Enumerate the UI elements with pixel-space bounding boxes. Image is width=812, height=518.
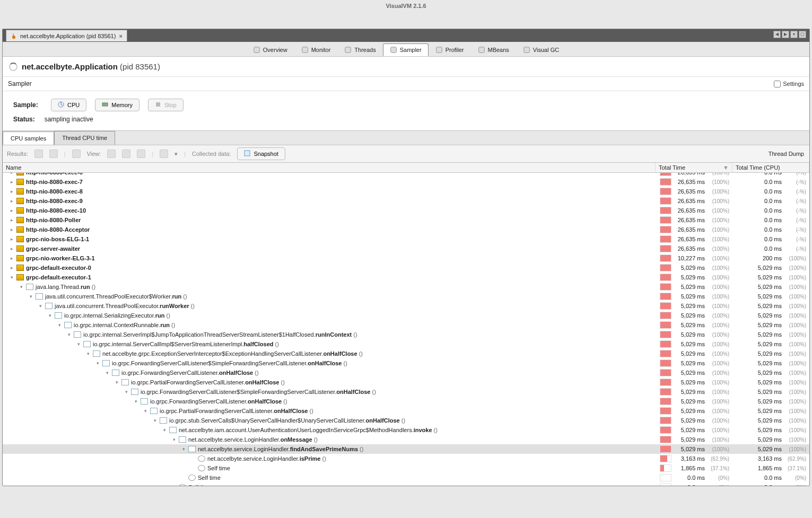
twisty-icon[interactable]: ▸: [9, 198, 14, 204]
twisty-icon[interactable]: ▾: [66, 332, 72, 337]
memory-button[interactable]: Memory: [95, 99, 139, 111]
twisty-icon[interactable]: ▸: [9, 265, 14, 270]
col-total-time-cpu[interactable]: Total Time (CPU): [732, 163, 809, 172]
table-row[interactable]: ▸http-nio-8080-Poller26,635 ms(100%)0.0 …: [3, 215, 809, 225]
table-row[interactable]: ▾grpc-default-executor-15,029 ms(100%)5,…: [3, 273, 809, 282]
table-row[interactable]: ▾net.accelbyte.grpc.ExceptionServerInter…: [3, 349, 809, 358]
twisty-icon[interactable]: ▸: [9, 208, 14, 213]
nav-back-button[interactable]: ◀: [773, 31, 781, 38]
table-body[interactable]: ▸http-nio-8080-exec-626,635 ms(100%)0.0 …: [3, 173, 809, 486]
tab-visual-gc[interactable]: Visual GC: [516, 43, 566, 56]
dropdown-button[interactable]: ▾: [790, 31, 798, 38]
table-row[interactable]: ▾net.accelbyte.service.LoginHandler.find…: [3, 444, 809, 454]
memory-button-label: Memory: [111, 102, 133, 108]
twisty-icon[interactable]: ▾: [181, 446, 186, 452]
twisty-icon[interactable]: ▾: [76, 341, 81, 347]
twisty-icon[interactable]: ▸: [9, 189, 14, 194]
table-row[interactable]: ▾io.grpc.PartialForwardingServerCallList…: [3, 377, 809, 387]
nav-forward-button[interactable]: ▶: [782, 31, 789, 38]
twisty-icon[interactable]: ▾: [95, 361, 100, 366]
twisty-icon[interactable]: ▾: [152, 418, 158, 423]
twisty-icon[interactable]: ▾: [47, 313, 53, 318]
table-row[interactable]: ▾io.grpc.ForwardingServerCallListener.on…: [3, 397, 809, 406]
col-total-time[interactable]: Total Time▼: [656, 163, 732, 172]
col-name[interactable]: Name: [3, 163, 656, 172]
table-row[interactable]: ▸http-nio-8080-exec-926,635 ms(100%)0.0 …: [3, 196, 809, 206]
twisty-icon[interactable]: ▾: [124, 389, 129, 394]
table-row[interactable]: ▸http-nio-8080-exec-1026,635 ms(100%)0.0…: [3, 206, 809, 215]
twisty-icon[interactable]: ▾: [104, 370, 110, 375]
subtab-cpu-samples[interactable]: CPU samples: [3, 131, 54, 145]
twisty-icon[interactable]: ▸: [9, 256, 14, 261]
twisty-icon[interactable]: ▾: [133, 399, 138, 404]
table-row[interactable]: Self time0.0 ms(0%)0.0 ms(0%): [3, 473, 809, 482]
tab-overview[interactable]: Overview: [246, 43, 294, 56]
twisty-icon[interactable]: ▾: [9, 275, 14, 280]
table-row[interactable]: ▾net.accelbyte.service.LoginHandler.onMe…: [3, 435, 809, 444]
table-row[interactable]: net.accelbyte.service.LoginHandler.isPri…: [3, 454, 809, 463]
twisty-icon[interactable]: ▾: [28, 294, 33, 299]
document-tab[interactable]: net.accelbyte.Application (pid 83561) ×: [6, 30, 127, 41]
twisty-icon[interactable]: ▾: [19, 284, 24, 289]
table-row[interactable]: ▾io.grpc.internal.ContextRunnable.run ()…: [3, 320, 809, 330]
table-row[interactable]: ▸http-nio-8080-Acceptor26,635 ms(100%)0.…: [3, 225, 809, 234]
view-tree-icon[interactable]: [107, 150, 116, 158]
cpu-button[interactable]: CPU: [51, 99, 86, 111]
tab-sampler[interactable]: Sampler: [383, 43, 429, 56]
table-row[interactable]: ▸http-nio-8080-exec-826,635 ms(100%)0.0 …: [3, 187, 809, 196]
pause-icon[interactable]: [34, 150, 43, 158]
table-row[interactable]: Self time1,865 ms(37.1%)1,865 ms(37.1%): [3, 463, 809, 473]
table-row[interactable]: ▸grpc-default-executor-05,029 ms(100%)5,…: [3, 263, 809, 273]
twisty-icon[interactable]: ▸: [9, 227, 14, 232]
filter-icon[interactable]: [72, 150, 81, 158]
twisty-icon[interactable]: ▸: [9, 246, 14, 251]
twisty-icon[interactable]: ▸: [9, 173, 14, 175]
twisty-icon[interactable]: ▾: [85, 351, 91, 356]
subtab-thread-cpu-time[interactable]: Thread CPU time: [54, 131, 115, 145]
table-row[interactable]: ▾io.grpc.stub.ServerCalls$UnaryServerCal…: [3, 416, 809, 425]
table-row[interactable]: ▾io.grpc.PartialForwardingServerCallList…: [3, 406, 809, 416]
twisty-icon[interactable]: ▸: [9, 217, 14, 223]
table-row[interactable]: ▾java.lang.Thread.run ()5,029 ms(100%)5,…: [3, 282, 809, 292]
settings-checkbox-input[interactable]: [774, 81, 781, 87]
maximize-button[interactable]: ▢: [799, 31, 806, 38]
table-row[interactable]: ▾io.grpc.ForwardingServerCallListener$Si…: [3, 387, 809, 397]
table-row[interactable]: ▸grpc-nio-worker-ELG-3-110,227 ms(100%)2…: [3, 253, 809, 263]
twisty-icon[interactable]: ▾: [162, 427, 167, 433]
subtabs: CPU samples Thread CPU time: [3, 130, 809, 145]
twisty-icon[interactable]: ▸: [9, 179, 14, 185]
table-row[interactable]: ▾io.grpc.internal.ServerImpl$JumpToAppli…: [3, 330, 809, 339]
tab-threads[interactable]: Threads: [337, 43, 382, 56]
twisty-icon[interactable]: ▾: [114, 380, 119, 385]
table-row[interactable]: ▾io.grpc.ForwardingServerCallListener$Si…: [3, 358, 809, 368]
view-hotspot-icon[interactable]: [160, 150, 168, 158]
view-flat-icon[interactable]: [122, 150, 130, 158]
twisty-icon[interactable]: ▾: [38, 303, 43, 309]
table-row[interactable]: ▾io.grpc.internal.SerializingExecutor.ru…: [3, 311, 809, 320]
tab-monitor[interactable]: Monitor: [294, 43, 338, 56]
stop-button[interactable]: Stop: [148, 99, 184, 111]
table-row[interactable]: ▾java.util.concurrent.ThreadPoolExecutor…: [3, 292, 809, 301]
view-reverse-icon[interactable]: [137, 150, 145, 158]
tab-profiler[interactable]: Profiler: [429, 43, 471, 56]
table-row[interactable]: ▸http-nio-8080-exec-726,635 ms(100%)0.0 …: [3, 177, 809, 187]
close-icon[interactable]: ×: [119, 33, 122, 39]
table-row[interactable]: ▾net.accelbyte.iam.account.UserAuthentic…: [3, 425, 809, 435]
twisty-icon[interactable]: ▾: [143, 408, 148, 414]
table-row[interactable]: ▸grpc-nio-boss-ELG-1-126,635 ms(100%)0.0…: [3, 234, 809, 244]
table-row[interactable]: ▾io.grpc.ForwardingServerCallListener.on…: [3, 368, 809, 377]
total-time-value: 5,029 ms: [676, 436, 705, 443]
table-row[interactable]: Self time0.0 ms(0%)0.0 ms(0%): [3, 482, 809, 486]
twisty-icon[interactable]: ▾: [57, 322, 62, 328]
settings-checkbox[interactable]: Settings: [774, 81, 804, 87]
table-row[interactable]: ▾java.util.concurrent.ThreadPoolExecutor…: [3, 301, 809, 311]
table-row[interactable]: ▸grpc-server-awaiter26,635 ms(100%)0.0 m…: [3, 244, 809, 253]
refresh-icon[interactable]: [49, 150, 58, 158]
snapshot-button[interactable]: Snapshot: [237, 147, 285, 160]
table-row[interactable]: ▸http-nio-8080-exec-626,635 ms(100%)0.0 …: [3, 173, 809, 177]
twisty-icon[interactable]: ▸: [9, 236, 14, 242]
table-row[interactable]: ▾io.grpc.internal.ServerCallImpl$ServerS…: [3, 339, 809, 349]
tab-mbeans[interactable]: MBeans: [471, 43, 516, 56]
twisty-icon[interactable]: ▾: [171, 437, 177, 442]
thread-dump-link[interactable]: Thread Dump: [769, 151, 804, 157]
